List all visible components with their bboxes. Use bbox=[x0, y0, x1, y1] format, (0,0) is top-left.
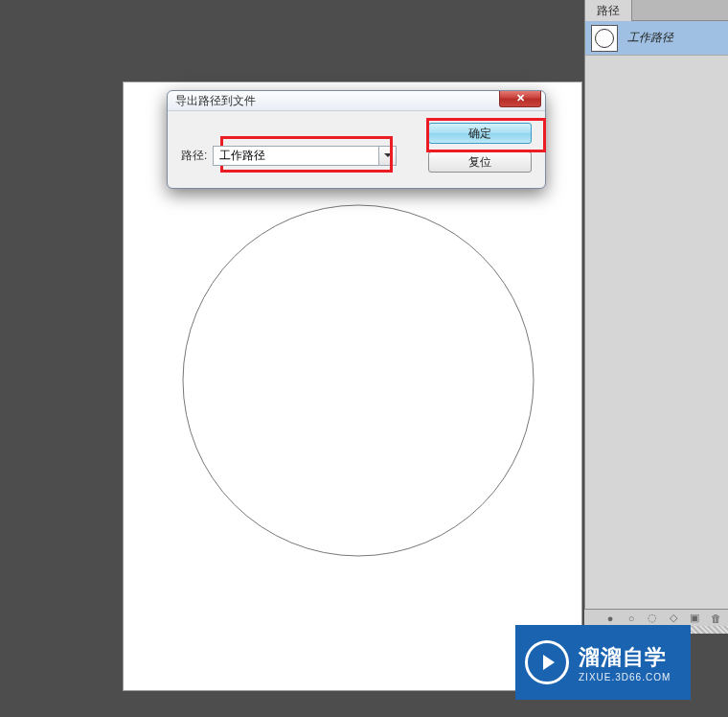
circle-icon bbox=[595, 29, 614, 48]
path-combobox[interactable] bbox=[213, 146, 397, 166]
chevron-down-icon[interactable] bbox=[379, 146, 397, 166]
panel-tabs: 路径 bbox=[585, 0, 728, 21]
tab-paths[interactable]: 路径 bbox=[585, 0, 632, 21]
delete-path-icon[interactable]: 🗑 bbox=[709, 612, 722, 625]
play-icon bbox=[525, 640, 569, 684]
close-button[interactable]: ✕ bbox=[499, 91, 541, 107]
path-thumbnail bbox=[591, 25, 618, 52]
watermark-badge: 溜溜自学 ZIXUE.3D66.COM bbox=[515, 625, 691, 700]
path-item-label: 工作路径 bbox=[627, 30, 673, 46]
export-paths-dialog: 导出路径到文件 ✕ 路径: 确定 复位 bbox=[167, 90, 546, 189]
path-list-item[interactable]: 工作路径 bbox=[585, 21, 728, 56]
path-input[interactable] bbox=[213, 146, 379, 166]
new-path-icon[interactable]: ▣ bbox=[688, 612, 701, 625]
fill-path-icon[interactable]: ● bbox=[603, 612, 617, 625]
stroke-path-icon[interactable]: ○ bbox=[625, 612, 638, 625]
watermark-sub: ZIXUE.3D66.COM bbox=[579, 672, 671, 682]
selection-from-path-icon[interactable]: ◌ bbox=[646, 612, 659, 625]
svg-point-0 bbox=[183, 205, 534, 556]
panel-footer: ● ○ ◌ ◇ ▣ 🗑 bbox=[584, 609, 728, 626]
paths-panel: 路径 工作路径 bbox=[584, 0, 728, 609]
path-from-selection-icon[interactable]: ◇ bbox=[667, 612, 680, 625]
path-field-label: 路径: bbox=[181, 148, 207, 164]
reset-button[interactable]: 复位 bbox=[428, 151, 532, 173]
dialog-titlebar[interactable]: 导出路径到文件 ✕ bbox=[168, 91, 545, 111]
dialog-title: 导出路径到文件 bbox=[175, 93, 256, 109]
ok-button[interactable]: 确定 bbox=[428, 123, 532, 144]
watermark-main: 溜溜自学 bbox=[579, 643, 671, 672]
